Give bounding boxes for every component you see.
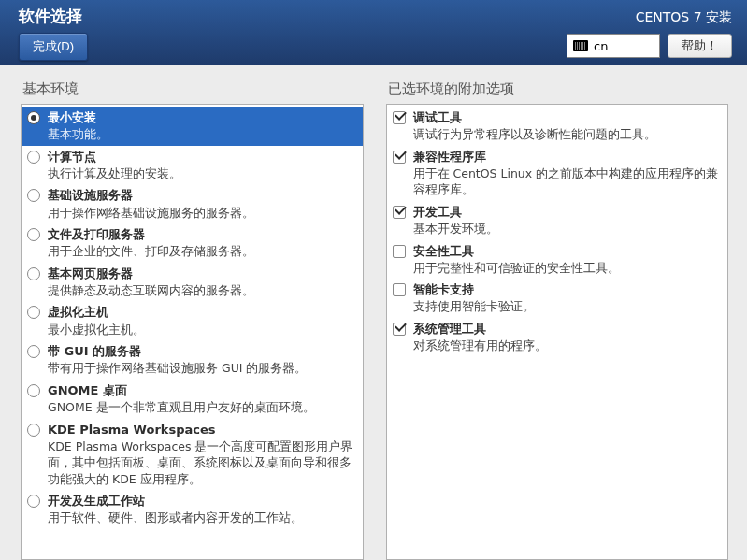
help-button[interactable]: 帮助！ xyxy=(668,34,732,58)
env-item-text: 计算节点执行计算及处理的安装。 xyxy=(48,149,355,182)
env-item-text: GNOME 桌面GNOME 是一个非常直观且用户友好的桌面环境。 xyxy=(48,382,355,416)
addon-item-desc: 支持使用智能卡验证。 xyxy=(413,298,721,315)
radio-icon[interactable] xyxy=(27,306,40,319)
addon-item-title: 智能卡支持 xyxy=(413,281,721,298)
env-item[interactable]: 基本网页服务器提供静态及动态互联网内容的服务器。 xyxy=(22,263,363,302)
radio-icon[interactable] xyxy=(27,228,40,241)
header-bar: 软件选择 完成(D) CENTOS 7 安装 cn 帮助！ xyxy=(0,0,747,65)
checkbox-icon[interactable] xyxy=(393,151,406,164)
addon-item-text: 兼容性程序库用于在 CentOS Linux 的之前版本中构建的应用程序的兼容程… xyxy=(413,149,721,198)
addon-item-desc: 调试行为异常程序以及诊断性能问题的工具。 xyxy=(413,126,721,143)
addon-item-text: 安全性工具用于完整性和可信验证的安全性工具。 xyxy=(413,243,721,277)
addon-item[interactable]: 兼容性程序库用于在 CentOS Linux 的之前版本中构建的应用程序的兼容程… xyxy=(387,146,728,201)
radio-icon[interactable] xyxy=(27,345,40,358)
addon-item[interactable]: 开发工具基本开发环境。 xyxy=(387,201,728,240)
env-item-text: 开发及生成工作站用于软件、硬件、图形或者内容开发的工作站。 xyxy=(48,493,355,526)
env-item-title: 带 GUI 的服务器 xyxy=(48,343,355,360)
content-area: 基本环境 最小安装基本功能。计算节点执行计算及处理的安装。基础设施服务器用于操作… xyxy=(0,65,747,560)
checkbox-icon[interactable] xyxy=(393,283,406,296)
radio-icon[interactable] xyxy=(27,111,40,124)
addon-item-title: 安全性工具 xyxy=(413,243,721,260)
env-item-desc: 带有用于操作网络基础设施服务 GUI 的服务器。 xyxy=(48,360,355,377)
env-item-desc: 用于软件、硬件、图形或者内容开发的工作站。 xyxy=(48,510,355,526)
installer-title: CENTOS 7 安装 xyxy=(567,9,732,26)
env-item-desc: 最小虚拟化主机。 xyxy=(48,322,355,338)
radio-icon[interactable] xyxy=(27,384,40,397)
addon-item-text: 开发工具基本开发环境。 xyxy=(413,204,721,237)
radio-icon[interactable] xyxy=(27,495,40,508)
addons-column: 已选环境的附加选项 调试工具调试行为异常程序以及诊断性能问题的工具。兼容性程序库… xyxy=(386,80,729,560)
radio-icon[interactable] xyxy=(27,151,40,164)
env-item[interactable]: 计算节点执行计算及处理的安装。 xyxy=(22,146,363,185)
env-item[interactable]: 基础设施服务器用于操作网络基础设施服务的服务器。 xyxy=(22,184,363,223)
env-item[interactable]: 开发及生成工作站用于软件、硬件、图形或者内容开发的工作站。 xyxy=(22,490,363,529)
addon-item-text: 系统管理工具对系统管理有用的程序。 xyxy=(413,321,721,354)
env-item-text: 文件及打印服务器用于企业的文件、打印及存储服务器。 xyxy=(48,226,355,260)
base-environment-column: 基本环境 最小安装基本功能。计算节点执行计算及处理的安装。基础设施服务器用于操作… xyxy=(21,80,364,560)
env-item-desc: 执行计算及处理的安装。 xyxy=(48,165,355,182)
addon-item-desc: 用于完整性和可信验证的安全性工具。 xyxy=(413,260,721,277)
env-item-title: 文件及打印服务器 xyxy=(48,226,355,243)
env-item-desc: KDE Plasma Workspaces 是一个高度可配置图形用户界面，其中包… xyxy=(48,438,355,488)
env-item-desc: 用于企业的文件、打印及存储服务器。 xyxy=(48,243,355,260)
checkbox-icon[interactable] xyxy=(393,323,406,336)
env-item-text: 基本网页服务器提供静态及动态互联网内容的服务器。 xyxy=(48,266,355,299)
env-item-text: 虚拟化主机最小虚拟化主机。 xyxy=(48,304,355,337)
addon-item-desc: 用于在 CentOS Linux 的之前版本中构建的应用程序的兼容程序库。 xyxy=(413,165,721,198)
checkbox-icon[interactable] xyxy=(393,245,406,258)
addon-item-desc: 对系统管理有用的程序。 xyxy=(413,337,721,354)
radio-icon[interactable] xyxy=(27,267,40,280)
addon-item-title: 调试工具 xyxy=(413,109,721,126)
radio-icon[interactable] xyxy=(27,424,40,437)
env-item-title: 基本网页服务器 xyxy=(48,266,355,282)
addon-item-desc: 基本开发环境。 xyxy=(413,221,721,237)
env-item-text: 基础设施服务器用于操作网络基础设施服务的服务器。 xyxy=(48,187,355,221)
addon-item[interactable]: 智能卡支持支持使用智能卡验证。 xyxy=(387,279,728,318)
env-item-text: KDE Plasma WorkspacesKDE Plasma Workspac… xyxy=(48,422,355,488)
env-item-title: 计算节点 xyxy=(48,149,355,165)
keyboard-icon xyxy=(573,40,588,51)
env-item[interactable]: 文件及打印服务器用于企业的文件、打印及存储服务器。 xyxy=(22,223,363,263)
env-item-title: 基础设施服务器 xyxy=(48,187,355,204)
addon-item-title: 系统管理工具 xyxy=(413,321,721,337)
env-item[interactable]: 虚拟化主机最小虚拟化主机。 xyxy=(22,301,363,340)
env-item-desc: 提供静态及动态互联网内容的服务器。 xyxy=(48,282,355,299)
addon-item[interactable]: 调试工具调试行为异常程序以及诊断性能问题的工具。 xyxy=(387,107,728,146)
env-item-text: 最小安装基本功能。 xyxy=(48,109,355,143)
header-controls: cn 帮助！ xyxy=(567,34,732,58)
checkbox-icon[interactable] xyxy=(393,111,406,124)
base-environment-title: 基本环境 xyxy=(21,80,364,98)
checkbox-icon[interactable] xyxy=(393,206,406,219)
env-item-title: 最小安装 xyxy=(48,109,355,126)
env-item[interactable]: KDE Plasma WorkspacesKDE Plasma Workspac… xyxy=(22,419,363,491)
radio-icon[interactable] xyxy=(27,189,40,202)
keyboard-layout-label: cn xyxy=(594,39,608,53)
addon-item-title: 兼容性程序库 xyxy=(413,149,721,165)
addon-item-title: 开发工具 xyxy=(413,204,721,221)
env-item-desc: GNOME 是一个非常直观且用户友好的桌面环境。 xyxy=(48,399,355,416)
env-item-title: 开发及生成工作站 xyxy=(48,493,355,510)
addon-item[interactable]: 系统管理工具对系统管理有用的程序。 xyxy=(387,318,728,357)
addon-item-text: 智能卡支持支持使用智能卡验证。 xyxy=(413,281,721,315)
addon-item-text: 调试工具调试行为异常程序以及诊断性能问题的工具。 xyxy=(413,109,721,143)
keyboard-layout-indicator[interactable]: cn xyxy=(567,34,660,58)
base-environment-list[interactable]: 最小安装基本功能。计算节点执行计算及处理的安装。基础设施服务器用于操作网络基础设… xyxy=(21,104,364,560)
env-item[interactable]: 最小安装基本功能。 xyxy=(22,107,363,146)
env-item[interactable]: 带 GUI 的服务器带有用于操作网络基础设施服务 GUI 的服务器。 xyxy=(22,340,363,380)
env-item[interactable]: GNOME 桌面GNOME 是一个非常直观且用户友好的桌面环境。 xyxy=(22,380,363,419)
env-item-title: 虚拟化主机 xyxy=(48,304,355,321)
env-item-desc: 用于操作网络基础设施服务的服务器。 xyxy=(48,205,355,222)
env-item-desc: 基本功能。 xyxy=(48,126,355,143)
env-item-title: KDE Plasma Workspaces xyxy=(48,422,355,438)
addon-item[interactable]: 安全性工具用于完整性和可信验证的安全性工具。 xyxy=(387,240,728,280)
addons-list[interactable]: 调试工具调试行为异常程序以及诊断性能问题的工具。兼容性程序库用于在 CentOS… xyxy=(386,104,729,560)
env-item-title: GNOME 桌面 xyxy=(48,382,355,399)
addons-title: 已选环境的附加选项 xyxy=(386,80,729,98)
done-button[interactable]: 完成(D) xyxy=(19,33,88,61)
header-right: CENTOS 7 安装 cn 帮助！ xyxy=(567,9,732,58)
env-item-text: 带 GUI 的服务器带有用于操作网络基础设施服务 GUI 的服务器。 xyxy=(48,343,355,377)
